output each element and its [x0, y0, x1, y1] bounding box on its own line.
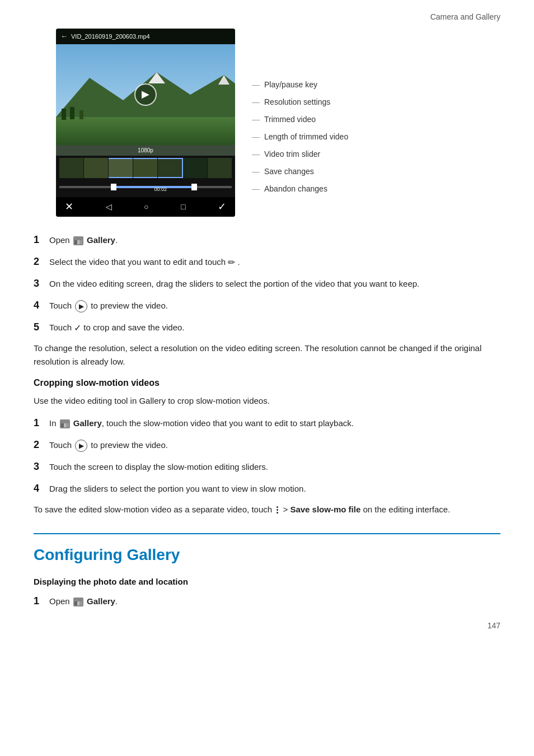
play-button-overlay[interactable]: ▶ — [134, 83, 157, 106]
video-filename: VID_20160919_200603.mp4 — [71, 32, 150, 41]
trim-slider-bar: 00:02 — [59, 179, 232, 195]
label-abandon-changes: Abandon changes — [252, 183, 500, 195]
play-circle-icon-4: ▶ — [75, 300, 87, 312]
step-1-text: Open Gallery. — [49, 234, 500, 247]
trim-time-display: 00:02 — [154, 186, 167, 194]
step-5-text: Touch ✓ to crop and save the video. — [49, 321, 500, 335]
diagram-labels: Play/pause key Resolution settings Trimm… — [235, 29, 500, 200]
video-screen: ← VID_20160919_200603.mp4 — [56, 29, 235, 217]
trim-handle-right[interactable] — [191, 184, 197, 190]
play-circle-icon-sm2: ▶ — [75, 440, 87, 452]
video-landscape: ▶ — [56, 44, 235, 145]
config-gallery-heading: Configuring Gallery — [34, 533, 500, 567]
slowmo-step-4-text: Drag the sliders to select the portion y… — [49, 483, 500, 496]
main-steps: 1 Open Gallery. 2 Select the video that … — [34, 232, 500, 335]
label-resolution: Resolution settings — [252, 96, 500, 108]
config-gallery-label: Gallery — [87, 596, 115, 606]
para-save-slowmo: To save the edited slow-motion video as … — [34, 503, 500, 516]
step-4-number: 4 — [34, 298, 49, 313]
para-save-after: on the editing interface. — [363, 505, 450, 514]
para-resolution: To change the resolution, select a resol… — [34, 342, 500, 368]
para-save-before: To save the edited slow-motion video as … — [34, 505, 272, 514]
step-2-row: 2 Select the video that you want to edit… — [34, 254, 500, 269]
save-check-icon[interactable]: ✓ — [218, 199, 226, 214]
resolution-label: 1080p — [138, 147, 153, 153]
step-3-row: 3 On the video editing screen, drag the … — [34, 276, 500, 291]
gallery-icon-1 — [73, 236, 83, 245]
label-trimmed-video: Trimmed video — [252, 114, 500, 125]
slowmo-step-2-text: Touch ▶ to preview the video. — [49, 439, 500, 452]
gallery-icon-sm1 — [60, 419, 70, 428]
label-trim-slider: Video trim slider — [252, 148, 500, 160]
slowmo-step-1-number: 1 — [34, 416, 49, 431]
label-play-pause: Play/pause key — [252, 79, 500, 91]
save-slowmo-label: Save slow-mo file — [290, 505, 360, 514]
step-1-number: 1 — [34, 232, 49, 248]
step-5-row: 5 Touch ✓ to crop and save the video. — [34, 320, 500, 335]
slowmo-step-1-row: 1 In Gallery, touch the slow-motion vide… — [34, 416, 500, 431]
step-4-row: 4 Touch ▶ to preview the video. — [34, 298, 500, 313]
section-heading-slowmo: Cropping slow-motion videos — [34, 376, 500, 390]
step-2-number: 2 — [34, 254, 49, 269]
svg-rect-7 — [79, 110, 83, 119]
slowmo-steps: 1 In Gallery, touch the slow-motion vide… — [34, 416, 500, 496]
back-arrow-icon: ← — [60, 31, 68, 42]
para-slowmo-intro: Use the video editing tool in Gallery to… — [34, 394, 500, 408]
svg-rect-6 — [70, 107, 74, 119]
svg-rect-5 — [62, 109, 66, 120]
video-trim-area: 00:02 — [56, 156, 235, 197]
step-4-text: Touch ▶ to preview the video. — [49, 300, 500, 312]
step-3-text: On the video editing screen, drag the sl… — [49, 278, 500, 291]
slowmo-step-2-number: 2 — [34, 437, 49, 452]
slowmo-step-3-text: Touch the screen to display the slow-mot… — [49, 461, 500, 474]
nav-home-icon[interactable]: ○ — [144, 201, 148, 213]
pencil-icon-2: ✏ — [228, 256, 235, 269]
step-2-text: Select the video that you want to edit a… — [49, 256, 500, 269]
config-step-1-text: Open Gallery. — [49, 595, 500, 608]
trim-handle-left[interactable] — [111, 184, 116, 190]
step-1-gallery-label: Gallery — [87, 235, 115, 245]
slowmo-step-1-text: In Gallery, touch the slow-motion video … — [49, 417, 500, 430]
label-save-changes: Save changes — [252, 166, 500, 178]
config-step-1-row: 1 Open Gallery. — [34, 594, 500, 609]
step-3-number: 3 — [34, 276, 49, 291]
svg-rect-4 — [56, 117, 235, 145]
video-top-bar: ← VID_20160919_200603.mp4 — [56, 29, 235, 44]
slowmo-step-3-row: 3 Touch the screen to display the slow-m… — [34, 459, 500, 474]
step-5-number: 5 — [34, 320, 49, 335]
header-section-label: Camera and Gallery — [34, 11, 500, 23]
slowmo-gallery-label: Gallery — [73, 418, 102, 428]
resolution-bar: 1080p — [56, 145, 235, 156]
label-length-trimmed: Length of trimmed video — [252, 131, 500, 143]
three-dot-icon — [277, 506, 278, 514]
diagram-section: ← VID_20160919_200603.mp4 — [34, 29, 500, 217]
sub-heading-photo-date: Displaying the photo date and location — [34, 576, 500, 589]
nav-back-icon[interactable]: ◁ — [106, 201, 112, 213]
section-title: Camera and Gallery — [430, 12, 500, 21]
video-bottom-bar: ✕ ◁ ○ □ ✓ — [56, 197, 235, 217]
gallery-icon-cfg — [73, 598, 83, 606]
check-icon-5: ✓ — [74, 323, 81, 333]
config-steps: 1 Open Gallery. — [34, 594, 500, 609]
cancel-icon[interactable]: ✕ — [65, 199, 73, 214]
step-1-row: 1 Open Gallery. — [34, 232, 500, 248]
slowmo-step-2-row: 2 Touch ▶ to preview the video. — [34, 437, 500, 452]
thumbnail-strip — [59, 158, 232, 178]
slowmo-step-3-number: 3 — [34, 459, 49, 474]
page-number: 147 — [34, 620, 500, 632]
nav-recent-icon[interactable]: □ — [181, 201, 185, 213]
slowmo-step-4-number: 4 — [34, 481, 49, 496]
page-container: Camera and Gallery ← VID_20160919_200603… — [0, 0, 534, 654]
slowmo-step-4-row: 4 Drag the sliders to select the portion… — [34, 481, 500, 496]
config-step-1-number: 1 — [34, 594, 49, 609]
